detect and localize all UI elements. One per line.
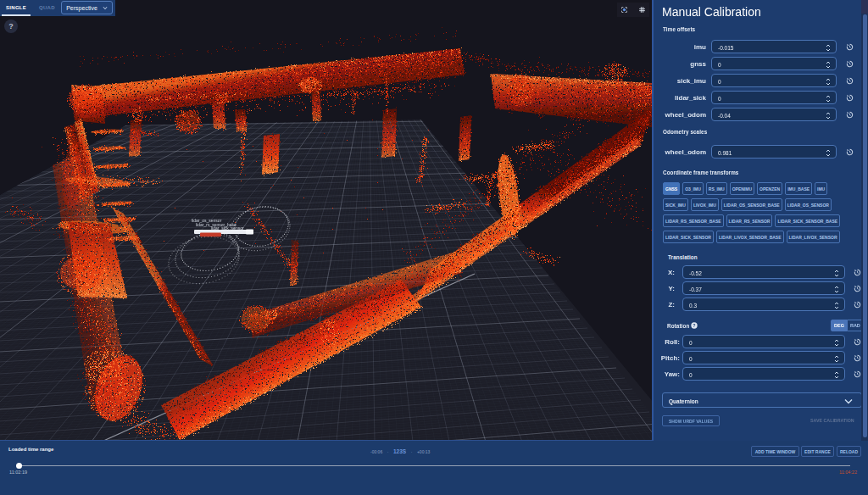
svg-text:lidar_sick_sensor: lidar_sick_sensor: [211, 225, 244, 231]
svg-text:?: ?: [693, 323, 695, 328]
